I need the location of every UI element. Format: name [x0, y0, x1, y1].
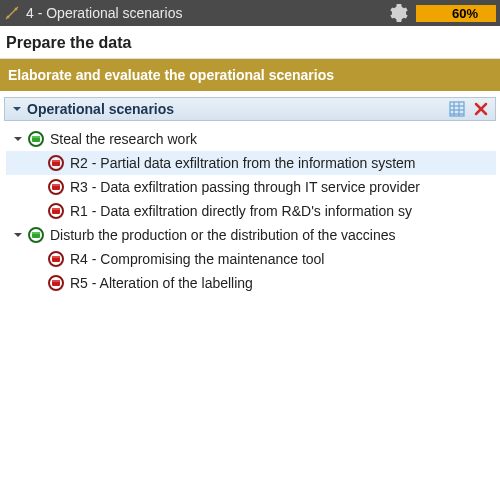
tree-label: R4 - Compromising the maintenance tool [70, 251, 324, 267]
svg-rect-22 [32, 232, 40, 234]
risk-icon [48, 275, 64, 291]
tree-item[interactable]: R4 - Compromising the maintenance tool [6, 247, 496, 271]
svg-rect-19 [52, 208, 60, 210]
tree-label: Steal the research work [50, 131, 197, 147]
folder-icon [28, 131, 44, 147]
folder-icon [28, 227, 44, 243]
workshop-title: 4 - Operational scenarios [26, 5, 182, 21]
tree-view: Steal the research work R2 - Partial dat… [0, 121, 500, 299]
tree-parent[interactable]: Disturb the production or the distributi… [6, 223, 496, 247]
workshop-icon [4, 5, 20, 21]
svg-rect-25 [52, 256, 60, 258]
grid-icon[interactable] [449, 101, 465, 117]
tree-item[interactable]: R3 - Data exfiltration passing through I… [6, 175, 496, 199]
svg-rect-10 [32, 136, 40, 138]
tree-label: R5 - Alteration of the labelling [70, 275, 253, 291]
tree-item[interactable]: R5 - Alteration of the labelling [6, 271, 496, 295]
svg-rect-16 [52, 184, 60, 186]
tree-label: R2 - Partial data exfiltration from the … [70, 155, 415, 171]
gear-icon[interactable] [390, 4, 408, 22]
risk-icon [48, 179, 64, 195]
tree-item[interactable]: R1 - Data exfiltration directly from R&D… [6, 199, 496, 223]
chevron-down-icon[interactable] [12, 133, 24, 145]
chevron-down-icon[interactable] [12, 229, 24, 241]
risk-icon [48, 251, 64, 267]
panel-title: Operational scenarios [27, 101, 449, 117]
chevron-down-icon [11, 103, 23, 115]
tree-label: R3 - Data exfiltration passing through I… [70, 179, 420, 195]
svg-rect-28 [52, 280, 60, 282]
svg-rect-13 [52, 160, 60, 162]
risk-icon [48, 203, 64, 219]
instruction-banner: Elaborate and evaluate the operational s… [0, 59, 500, 91]
tree-label: R1 - Data exfiltration directly from R&D… [70, 203, 412, 219]
top-bar: 4 - Operational scenarios 60% [0, 0, 500, 26]
close-icon[interactable] [473, 101, 489, 117]
tree-item[interactable]: R2 - Partial data exfiltration from the … [6, 151, 496, 175]
tree-parent[interactable]: Steal the research work [6, 127, 496, 151]
progress-indicator: 60% [416, 5, 496, 22]
page-title: Prepare the data [0, 26, 500, 59]
panel-header[interactable]: Operational scenarios [4, 97, 496, 121]
tree-label: Disturb the production or the distributi… [50, 227, 396, 243]
risk-icon [48, 155, 64, 171]
